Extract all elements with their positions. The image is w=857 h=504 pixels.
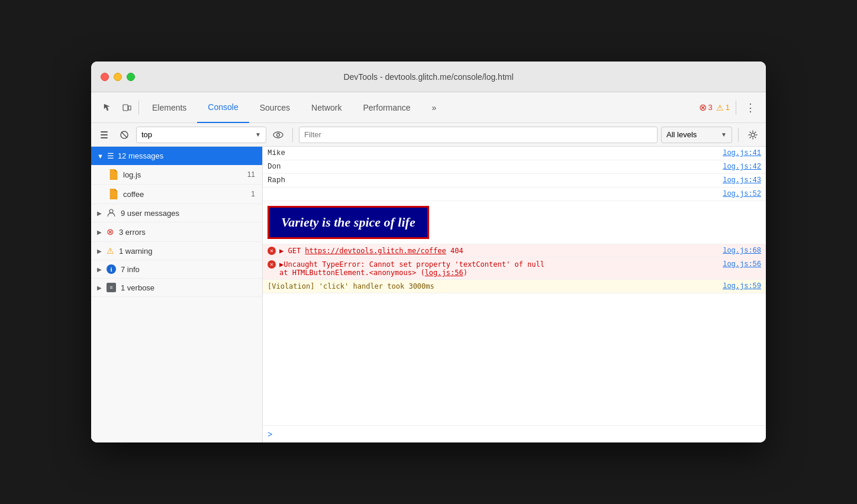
title-bar: DevTools - devtools.glitch.me/console/lo… xyxy=(91,62,766,92)
error-icon: ⊗ xyxy=(699,102,707,113)
sidebar-collapse-button[interactable]: ▼ xyxy=(97,153,104,160)
sidebar-icon: ☰ xyxy=(107,151,114,160)
svg-rect-1 xyxy=(128,106,131,110)
console-entry-don: Don log.js:42 xyxy=(263,160,766,174)
console-entry-get-error: ✕ ▶ GET https://devtools.glitch.me/coffe… xyxy=(263,244,766,258)
sidebar: ▼ ☰ 12 messages log.js 11 coffee 1 xyxy=(91,147,263,442)
window-title: DevTools - devtools.glitch.me/console/lo… xyxy=(343,72,513,82)
levels-chevron-icon: ▼ xyxy=(721,131,727,138)
error-url[interactable]: https://devtools.glitch.me/coffee xyxy=(305,247,446,255)
file-icon-coffee xyxy=(109,189,118,199)
console-panel: Mike log.js:41 Don log.js:42 Raph log.js… xyxy=(263,147,766,442)
sidebar-item-coffee[interactable]: coffee 1 xyxy=(91,185,262,204)
svg-rect-2 xyxy=(101,131,108,133)
group-arrow-icon-4: ▶ xyxy=(97,266,102,273)
error-link-1[interactable]: log.js:68 xyxy=(723,247,761,255)
group-arrow-icon-5: ▶ xyxy=(97,285,102,291)
user-icon xyxy=(107,208,116,218)
typeerror-line1: ▶Uncaught TypeError: Cannot set property… xyxy=(279,260,719,269)
console-entry-violation: [Violation] 'click' handler took 3000ms … xyxy=(263,280,766,293)
error-group-icon: ⊗ xyxy=(107,227,114,237)
sidebar-group-warnings[interactable]: ▶ ⚠ 1 warning xyxy=(91,242,262,260)
device-toolbar-button[interactable] xyxy=(117,98,136,117)
context-selector[interactable]: top ▼ xyxy=(136,127,266,143)
file-icon xyxy=(109,169,118,180)
tab-network[interactable]: Network xyxy=(301,92,352,123)
tab-more[interactable]: » xyxy=(421,92,447,123)
tab-console[interactable]: Console xyxy=(197,92,249,123)
tab-sources[interactable]: Sources xyxy=(249,92,301,123)
toolbar-divider-2 xyxy=(736,101,736,115)
error-icon-circle: ✕ xyxy=(268,247,276,255)
svg-rect-4 xyxy=(101,137,108,138)
filter-input[interactable] xyxy=(299,127,658,143)
console-prompt: > xyxy=(263,425,766,442)
svg-rect-3 xyxy=(101,134,108,135)
sidebar-group-errors[interactable]: ▶ ⊗ 3 errors xyxy=(91,222,262,242)
more-menu-button[interactable]: ⋮ xyxy=(742,99,759,116)
toolbar-right: ⊗ 3 ⚠ 1 ⋮ xyxy=(699,99,759,116)
levels-selector[interactable]: All levels ▼ xyxy=(661,127,732,143)
sidebar-group-verbose[interactable]: ▶ ≡ 1 verbose xyxy=(91,279,262,297)
banner-text: Variety is the spice of life xyxy=(281,215,415,230)
clear-console-button[interactable] xyxy=(96,127,112,143)
chevron-down-icon: ▼ xyxy=(255,131,261,138)
console-entry-raph: Raph log.js:43 xyxy=(263,174,766,188)
toolbar-divider-4 xyxy=(738,128,739,142)
warning-badge: ⚠ 1 xyxy=(716,103,730,112)
warning-link[interactable]: log.js:59 xyxy=(723,282,761,290)
settings-button[interactable] xyxy=(745,127,761,143)
sidebar-item-logjs[interactable]: log.js 11 xyxy=(91,165,262,185)
banner-box: Variety is the spice of life xyxy=(268,206,429,239)
typeerror-line2: at HTMLButtonElement.<anonymous> (log.js… xyxy=(279,269,719,277)
console-input[interactable] xyxy=(276,430,761,439)
error-badge: ⊗ 3 xyxy=(699,102,713,113)
group-arrow-icon-3: ▶ xyxy=(97,248,102,254)
svg-point-9 xyxy=(751,133,755,137)
toolbar-divider xyxy=(138,101,139,115)
svg-line-6 xyxy=(121,132,127,138)
inspect-element-button[interactable] xyxy=(98,98,117,117)
error-count: 3 xyxy=(708,103,713,112)
group-arrow-icon-2: ▶ xyxy=(97,229,102,235)
typeerror-link-inline[interactable]: log.js:56 xyxy=(425,269,463,277)
minimize-button[interactable] xyxy=(114,73,122,81)
warning-group-icon: ⚠ xyxy=(107,246,114,256)
svg-rect-0 xyxy=(123,105,128,111)
sidebar-group-info[interactable]: ▶ i 7 info xyxy=(91,260,262,279)
block-network-button[interactable] xyxy=(116,127,133,143)
warning-icon: ⚠ xyxy=(716,103,724,112)
live-expressions-button[interactable] xyxy=(270,127,286,143)
main-area: ▼ ☰ 12 messages log.js 11 coffee 1 xyxy=(91,147,766,442)
tab-performance[interactable]: Performance xyxy=(352,92,421,123)
error-link-2[interactable]: log.js:56 xyxy=(723,260,761,269)
console-entry-empty: log.js:52 xyxy=(263,188,766,201)
group-arrow-icon: ▶ xyxy=(97,210,102,217)
main-toolbar: Elements Console Sources Network Perform… xyxy=(91,92,766,123)
info-group-icon: i xyxy=(107,264,116,274)
console-toolbar: top ▼ All levels ▼ xyxy=(91,123,766,147)
prompt-arrow-icon: > xyxy=(268,429,272,439)
verbose-group-icon: ≡ xyxy=(107,283,116,292)
sidebar-header[interactable]: ▼ ☰ 12 messages xyxy=(91,147,262,165)
maximize-button[interactable] xyxy=(127,73,135,81)
console-entry-mike: Mike log.js:41 xyxy=(263,147,766,160)
svg-point-8 xyxy=(277,133,280,136)
console-entry-typeerror: ✕ ▶Uncaught TypeError: Cannot set proper… xyxy=(263,258,766,280)
traffic-lights xyxy=(101,73,135,81)
svg-point-7 xyxy=(273,132,283,138)
sidebar-group-user-messages[interactable]: ▶ 9 user messages xyxy=(91,204,262,222)
svg-point-10 xyxy=(109,209,113,213)
close-button[interactable] xyxy=(101,73,109,81)
console-entry-banner: Variety is the spice of life xyxy=(263,201,766,244)
devtools-window: DevTools - devtools.glitch.me/console/lo… xyxy=(91,62,766,442)
console-entries: Mike log.js:41 Don log.js:42 Raph log.js… xyxy=(263,147,766,425)
warning-count: 1 xyxy=(726,103,730,112)
tab-list: Elements Console Sources Network Perform… xyxy=(141,92,699,123)
error-icon-circle-2: ✕ xyxy=(268,260,276,269)
toolbar-divider-3 xyxy=(292,128,293,142)
tab-elements[interactable]: Elements xyxy=(141,92,197,123)
